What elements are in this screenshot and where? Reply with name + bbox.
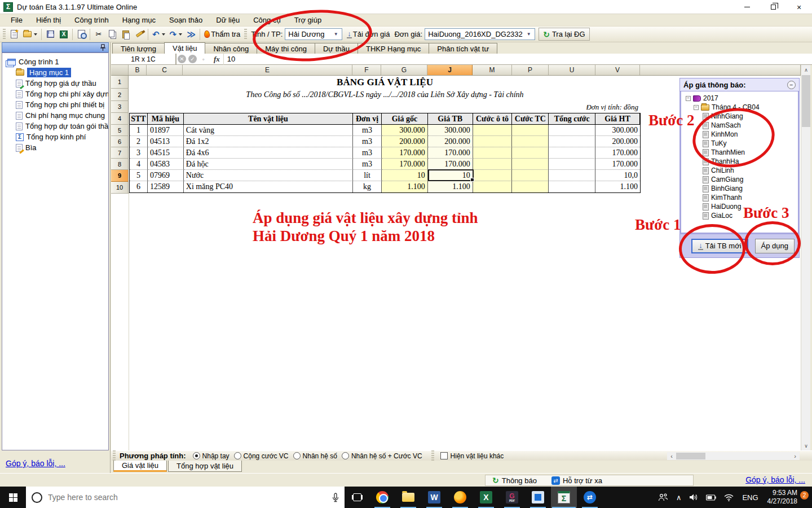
row-header-7[interactable]: 7 [111,147,129,159]
district-gialoc[interactable]: GiaLoc [686,211,797,220]
tree-item-kinh-phi[interactable]: Σ Tổng hợp kinh phí [6,132,107,142]
language-indicator[interactable]: ENG [738,493,762,502]
scroll-down-icon[interactable]: ∨ [801,441,811,450]
taskbar-search[interactable] [26,487,345,508]
radio-label[interactable]: Nhân hệ số [303,452,337,460]
district-chilinh[interactable]: ChiLinh [686,166,797,175]
radio-label[interactable]: Nhân hệ số + Cước VC [351,452,422,460]
search-input[interactable] [48,493,326,502]
vertical-scrollbar[interactable]: ∧ ∨ [801,65,810,450]
district-namsach[interactable]: NamSach [686,121,797,130]
menu-cong-trinh[interactable]: Công trình [68,15,115,25]
row-header-10[interactable]: 10 [111,182,129,194]
district-kinhmon[interactable]: KinhMon [686,130,797,139]
feedback-link-right[interactable]: Góp ý, báo lỗi, ... [745,475,805,484]
table-row[interactable]: 204513Đá 1x2m3200.000200.000200.000 [130,136,640,147]
scroll-up-icon[interactable]: ∧ [801,65,811,75]
new-button[interactable]: ★ [7,28,21,41]
district-binhgiang[interactable]: BinhGiang [686,184,797,193]
district-thanhha[interactable]: ThanhHa [686,157,797,166]
province-select[interactable]: Hải Dương ▼ [285,28,342,40]
taskbar-app-excel[interactable]: X [473,487,499,508]
taskbar-app-word[interactable]: W [421,487,447,508]
tree-month-cb04[interactable]: − Tháng 4 - CB04 [686,103,797,112]
formula-input[interactable]: 10 [223,54,812,65]
table-row[interactable]: 101897Cát vàngm3300.000300.000300.000 [130,125,640,136]
pin-icon[interactable] [100,44,106,51]
collapse-icon[interactable]: − [787,81,796,89]
start-button[interactable] [0,487,26,508]
open-button[interactable] [21,28,39,41]
col-header-F[interactable]: F [352,65,381,75]
menu-cong-cu[interactable]: Công cụ [247,15,286,25]
radio-nhap-tay[interactable] [193,452,200,459]
checkbox-hien-vat-lieu-khac[interactable] [440,452,448,459]
unit-price-select[interactable]: HaiDuong_2016XD_DG2332 ▼ [425,28,535,40]
col-header-G[interactable]: G [381,65,427,75]
taskbar-app-explorer[interactable] [395,487,421,508]
district-camgiang[interactable]: CamGiang [686,175,797,184]
feedback-link-left[interactable]: Góp ý, báo lỗi, ... [6,459,65,468]
tree-item-chi-phi-thiet-bi[interactable]: Tổng hợp chi phí thiết bị [6,99,107,110]
district-thanhmien[interactable]: ThanhMien [686,148,797,157]
cancel-entry-icon[interactable]: ✕ [178,55,186,63]
taskbar-app-teamviewer[interactable]: ⇄ [577,487,603,508]
options-icon[interactable]: ◦ [198,55,209,64]
radio-label[interactable]: Nhập tay [202,452,230,460]
method-bar-grip[interactable] [113,450,116,462]
volume-icon[interactable] [685,493,702,501]
taskbar-app-firefox[interactable] [447,487,473,508]
collapse-expander-icon[interactable]: − [694,105,699,110]
district-tuky[interactable]: TuKy [686,139,797,148]
col-header-V[interactable]: V [595,65,640,75]
vertical-scroll-thumb[interactable] [802,75,810,127]
run-button[interactable]: ≫ [184,28,198,41]
row-header-1[interactable]: 1 [111,76,129,89]
col-header-E[interactable]: E [183,65,352,75]
redo-button[interactable]: ↷ [167,28,185,41]
row-header-4[interactable]: 4 [111,113,129,125]
status-ho-tro-tu-xa[interactable]: ⇄ Hỗ trợ từ xa [551,476,602,485]
undo-button[interactable]: ↶ [150,28,167,41]
taskbar-app-pdf[interactable]: GPDF [499,487,525,508]
row-header-8[interactable]: 8 [111,159,129,170]
export-excel-button[interactable]: X [57,28,70,41]
menu-soan-thao[interactable]: Soạn thảo [163,15,209,25]
tab-du-thau[interactable]: Dự thầu [315,43,358,54]
tree-item-hang-muc[interactable]: Hạng mục 1 [6,67,107,78]
tab-phan-tich-vat-tu[interactable]: Phân tích vật tư [429,43,497,54]
collapse-expander-icon[interactable]: − [686,96,691,101]
tree-root-cong-trinh[interactable]: Công trình 1 [6,56,107,67]
row-header-2[interactable]: 2 [111,89,129,101]
district-ninhgiang[interactable]: NinhGiang [686,112,797,121]
tree-item-goi-thau[interactable]: Tổng hợp dự toán gói thầu [6,121,107,132]
sheet-tab-gia-vat-lieu[interactable]: Giá vật liệu [113,461,167,472]
radio-nhan-he-so[interactable] [293,452,301,459]
district-haiduong[interactable]: HaiDuong [686,202,797,211]
radio-label[interactable]: Cộng cước VC [244,452,289,460]
menu-hien-thi[interactable]: Hiển thị [30,15,67,25]
tree-year-2017[interactable]: − 2017 [686,94,797,103]
col-header-B[interactable]: B [129,65,147,75]
col-header-P[interactable]: P [512,65,549,75]
row-header-3[interactable]: 3 [111,101,129,113]
radio-cong-cuoc-vc[interactable] [234,452,241,459]
scroll-left-icon[interactable]: ‹ [667,452,676,460]
close-button[interactable]: × [786,0,812,14]
menu-tro-giup[interactable]: Trợ giúp [288,15,328,25]
tai-tb-moi-button[interactable]: ↓ Tải TB mới [691,239,748,253]
cell-reference-box[interactable]: 1R x 1C [111,54,176,65]
cut-button[interactable]: ✂ [92,28,105,41]
row-header-9-selected[interactable]: 9 [111,170,129,182]
checkbox-label[interactable]: Hiện vật liệu khác [451,452,504,460]
table-row[interactable]: 404583Đá hộcm3170.000170.000170.000 [130,159,640,170]
taskbar-app-chrome[interactable] [369,487,395,508]
sheet-tab-tong-hop-vat-lieu[interactable]: Tổng hợp vật liệu [168,461,242,472]
row-header-6[interactable]: 6 [111,136,129,147]
confirm-entry-icon[interactable]: ✓ [188,55,197,63]
menu-hang-muc[interactable]: Hạng mục [116,15,162,25]
save-button[interactable] [43,28,57,41]
row-header-5[interactable]: 5 [111,125,129,136]
taskbar-app-photos[interactable] [525,487,551,508]
horizontal-scroll-thumb[interactable] [676,453,705,459]
